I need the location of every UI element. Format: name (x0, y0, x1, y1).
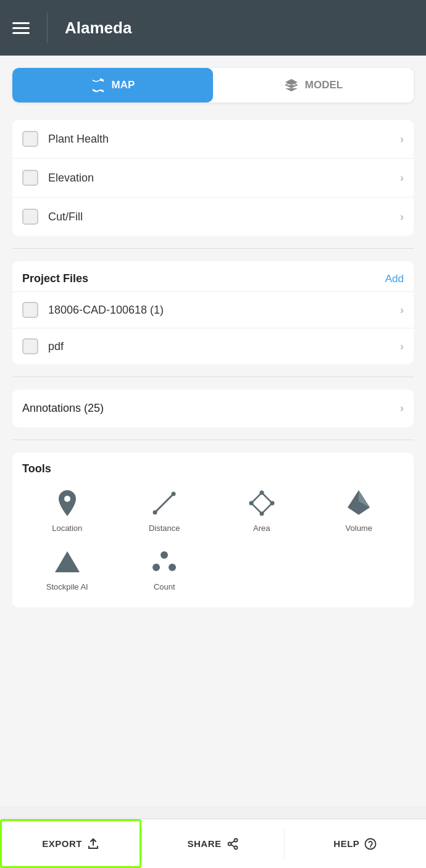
layers-section: Plant Health › Elevation › Cut/Fill › (12, 120, 414, 236)
area-label: Area (253, 524, 270, 533)
svg-point-2 (153, 511, 157, 515)
export-icon (87, 838, 99, 850)
divider-2 (12, 377, 414, 377)
svg-marker-11 (55, 551, 80, 572)
elevation-checkbox[interactable] (22, 170, 38, 186)
count-icon (149, 546, 180, 577)
page-title: Alameda (65, 19, 132, 38)
cad-file-checkbox[interactable] (22, 302, 38, 318)
distance-icon (149, 488, 180, 519)
plant-health-chevron: › (400, 133, 404, 146)
export-label: EXPORT (42, 838, 82, 849)
layer-item-cut-fill[interactable]: Cut/Fill › (12, 198, 414, 236)
svg-line-19 (231, 841, 235, 843)
file-item-pdf[interactable]: pdf › (12, 328, 414, 364)
svg-point-17 (234, 846, 237, 849)
svg-point-3 (172, 492, 176, 496)
svg-point-14 (152, 564, 160, 571)
file-item-cad[interactable]: 18006-CAD-100618 (1) › (12, 291, 414, 328)
share-button[interactable]: SHARE (142, 819, 283, 868)
tool-distance[interactable]: Distance (116, 484, 214, 536)
svg-line-20 (231, 845, 235, 847)
map-icon (91, 78, 106, 93)
cad-file-label: 18006-CAD-100618 (1) (48, 304, 390, 317)
layer-item-elevation[interactable]: Elevation › (12, 159, 414, 198)
cut-fill-checkbox[interactable] (22, 209, 38, 225)
model-tab-label: MODEL (305, 79, 343, 91)
pdf-file-label: pdf (48, 340, 390, 353)
project-files-section: Project Files Add 18006-CAD-100618 (1) ›… (12, 261, 414, 364)
map-tab-label: MAP (112, 79, 135, 91)
svg-point-16 (234, 838, 237, 841)
svg-point-5 (259, 491, 264, 495)
annotations-section[interactable]: Annotations (25) › (12, 390, 414, 427)
annotations-chevron: › (400, 402, 404, 415)
cut-fill-chevron: › (400, 211, 404, 223)
header: Alameda (0, 0, 426, 56)
map-tab[interactable]: MAP (12, 68, 213, 102)
model-tab[interactable]: MODEL (213, 68, 414, 102)
stockpile-icon (52, 546, 83, 577)
svg-point-0 (64, 496, 70, 502)
tool-volume[interactable]: Volume (311, 484, 408, 536)
export-button[interactable]: EXPORT (0, 819, 141, 868)
help-icon (364, 838, 377, 850)
share-label: SHARE (187, 838, 221, 849)
distance-label: Distance (149, 524, 180, 533)
elevation-label: Elevation (48, 172, 390, 185)
location-icon (52, 488, 83, 519)
help-button[interactable]: HELP (285, 819, 426, 868)
view-toggle: MAP MODEL (12, 68, 414, 102)
volume-label: Volume (346, 524, 372, 533)
svg-point-8 (249, 501, 253, 506)
project-files-title: Project Files (22, 272, 88, 285)
divider-1 (12, 248, 414, 249)
model-icon (284, 78, 299, 93)
tools-grid-row1: Location Distance (19, 484, 407, 536)
share-icon (227, 838, 239, 850)
svg-point-22 (370, 846, 371, 848)
svg-point-15 (169, 564, 176, 571)
tool-count[interactable]: Count (116, 543, 214, 595)
svg-point-7 (259, 512, 264, 516)
bottom-bar: EXPORT SHARE HELP (0, 819, 426, 868)
annotations-row[interactable]: Annotations (25) › (12, 390, 414, 427)
main-content: MAP MODEL Plant Health › Elevation › Cut… (0, 56, 426, 806)
tools-title: Tools (19, 462, 407, 484)
location-label: Location (52, 524, 82, 533)
plant-health-label: Plant Health (48, 133, 390, 146)
project-files-header: Project Files Add (12, 261, 414, 291)
annotations-label: Annotations (25) (22, 402, 104, 415)
tool-area[interactable]: Area (213, 484, 311, 536)
tools-section: Tools Location (12, 453, 414, 607)
tool-location[interactable]: Location (19, 484, 116, 536)
svg-point-6 (270, 501, 274, 506)
cut-fill-label: Cut/Fill (48, 211, 390, 223)
volume-icon (343, 488, 374, 519)
elevation-chevron: › (400, 172, 404, 185)
svg-point-18 (228, 842, 231, 845)
area-icon (246, 488, 277, 519)
stockpile-ai-label: Stockpile AI (46, 582, 88, 591)
svg-line-1 (155, 494, 173, 512)
tools-grid-row2: Stockpile AI Count (19, 543, 407, 595)
tool-stockpile-ai[interactable]: Stockpile AI (19, 543, 116, 595)
svg-point-13 (161, 551, 168, 559)
cad-file-chevron: › (400, 304, 404, 317)
svg-marker-4 (251, 493, 272, 514)
divider-3 (12, 440, 414, 440)
hamburger-menu-icon[interactable] (12, 22, 30, 34)
count-label: Count (154, 582, 175, 591)
header-divider (47, 12, 48, 43)
help-label: HELP (333, 838, 359, 849)
pdf-file-chevron: › (400, 340, 404, 353)
add-file-button[interactable]: Add (385, 273, 404, 285)
plant-health-checkbox[interactable] (22, 131, 38, 147)
layer-item-plant-health[interactable]: Plant Health › (12, 120, 414, 159)
pdf-file-checkbox[interactable] (22, 338, 38, 354)
